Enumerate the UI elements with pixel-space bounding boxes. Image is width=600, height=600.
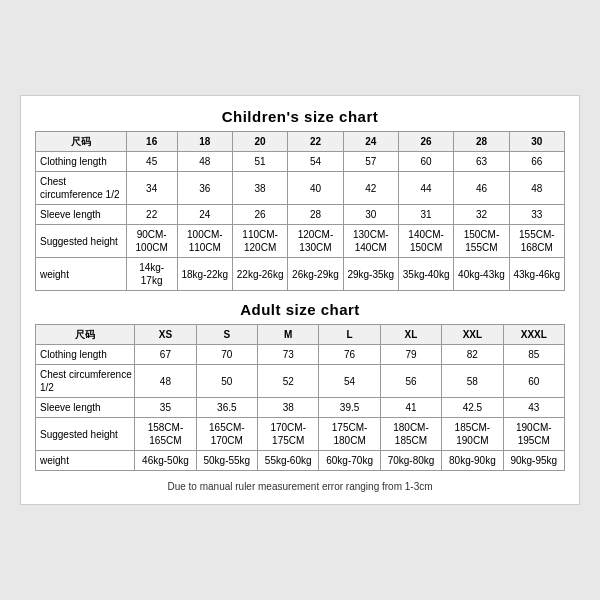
adult-size-table: 尺码XSSMLXLXXLXXXL Clothing length67707376… xyxy=(35,324,565,471)
cell-r4-c1: 50kg-55kg xyxy=(196,451,257,471)
cell-r0-c1: 70 xyxy=(196,345,257,365)
cell-r0-c5: 60 xyxy=(398,152,453,172)
cell-r3-c3: 175CM-180CM xyxy=(319,418,380,451)
cell-r3-c5: 140CM-150CM xyxy=(398,225,453,258)
row-label-2: Sleeve length xyxy=(36,205,127,225)
table-row: Suggested height158CM-165CM165CM-170CM17… xyxy=(36,418,565,451)
cell-r3-c5: 185CM-190CM xyxy=(442,418,503,451)
cell-r1-c4: 42 xyxy=(343,172,398,205)
column-header-6: 26 xyxy=(398,132,453,152)
cell-r2-c0: 35 xyxy=(135,398,196,418)
cell-r4-c3: 60kg-70kg xyxy=(319,451,380,471)
cell-r3-c6: 190CM-195CM xyxy=(503,418,564,451)
cell-r3-c3: 120CM-130CM xyxy=(288,225,343,258)
row-label-1: Chest circumference 1/2 xyxy=(36,365,135,398)
cell-r0-c2: 73 xyxy=(258,345,319,365)
children-chart-title: Children's size chart xyxy=(35,108,565,125)
column-header-1: XS xyxy=(135,325,196,345)
cell-r2-c2: 38 xyxy=(258,398,319,418)
cell-r1-c6: 60 xyxy=(503,365,564,398)
cell-r1-c6: 46 xyxy=(454,172,509,205)
cell-r3-c4: 180CM-185CM xyxy=(380,418,441,451)
cell-r1-c2: 52 xyxy=(258,365,319,398)
cell-r2-c4: 30 xyxy=(343,205,398,225)
cell-r3-c0: 158CM-165CM xyxy=(135,418,196,451)
cell-r4-c5: 35kg-40kg xyxy=(398,258,453,291)
children-size-table: 尺码1618202224262830 Clothing length454851… xyxy=(35,131,565,291)
cell-r3-c7: 155CM-168CM xyxy=(509,225,564,258)
cell-r2-c5: 42.5 xyxy=(442,398,503,418)
table-row: Clothing length4548515457606366 xyxy=(36,152,565,172)
row-label-3: Suggested height xyxy=(36,225,127,258)
table-row: Sleeve length3536.53839.54142.543 xyxy=(36,398,565,418)
footer-note: Due to manual ruler measurement error ra… xyxy=(35,481,565,492)
cell-r2-c1: 24 xyxy=(177,205,232,225)
cell-r4-c6: 90kg-95kg xyxy=(503,451,564,471)
cell-r2-c6: 43 xyxy=(503,398,564,418)
column-header-7: 28 xyxy=(454,132,509,152)
cell-r0-c3: 54 xyxy=(288,152,343,172)
table-row: Clothing length67707376798285 xyxy=(36,345,565,365)
column-header-0: 尺码 xyxy=(36,325,135,345)
cell-r4-c4: 70kg-80kg xyxy=(380,451,441,471)
cell-r0-c5: 82 xyxy=(442,345,503,365)
column-header-8: 30 xyxy=(509,132,564,152)
column-header-6: XXL xyxy=(442,325,503,345)
cell-r3-c1: 100CM-110CM xyxy=(177,225,232,258)
cell-r3-c4: 130CM-140CM xyxy=(343,225,398,258)
cell-r2-c7: 33 xyxy=(509,205,564,225)
cell-r4-c4: 29kg-35kg xyxy=(343,258,398,291)
cell-r2-c2: 26 xyxy=(232,205,287,225)
cell-r1-c1: 50 xyxy=(196,365,257,398)
column-header-4: L xyxy=(319,325,380,345)
row-label-0: Clothing length xyxy=(36,345,135,365)
cell-r1-c0: 48 xyxy=(135,365,196,398)
column-header-5: XL xyxy=(380,325,441,345)
column-header-4: 22 xyxy=(288,132,343,152)
cell-r0-c0: 67 xyxy=(135,345,196,365)
cell-r0-c6: 63 xyxy=(454,152,509,172)
cell-r1-c5: 44 xyxy=(398,172,453,205)
cell-r0-c1: 48 xyxy=(177,152,232,172)
column-header-5: 24 xyxy=(343,132,398,152)
cell-r3-c0: 90CM-100CM xyxy=(126,225,177,258)
cell-r0-c4: 57 xyxy=(343,152,398,172)
table-row: weight46kg-50kg50kg-55kg55kg-60kg60kg-70… xyxy=(36,451,565,471)
adult-chart-title: Adult size chart xyxy=(35,301,565,318)
cell-r0-c3: 76 xyxy=(319,345,380,365)
cell-r4-c5: 80kg-90kg xyxy=(442,451,503,471)
cell-r3-c6: 150CM-155CM xyxy=(454,225,509,258)
row-label-0: Clothing length xyxy=(36,152,127,172)
cell-r1-c1: 36 xyxy=(177,172,232,205)
cell-r2-c3: 28 xyxy=(288,205,343,225)
column-header-3: 20 xyxy=(232,132,287,152)
cell-r4-c7: 43kg-46kg xyxy=(509,258,564,291)
cell-r2-c4: 41 xyxy=(380,398,441,418)
cell-r4-c3: 26kg-29kg xyxy=(288,258,343,291)
cell-r0-c6: 85 xyxy=(503,345,564,365)
size-chart-card: Children's size chart 尺码1618202224262830… xyxy=(20,95,580,505)
cell-r4-c0: 14kg-17kg xyxy=(126,258,177,291)
cell-r0-c7: 66 xyxy=(509,152,564,172)
row-label-1: Chest circumference 1/2 xyxy=(36,172,127,205)
table-row: Sleeve length2224262830313233 xyxy=(36,205,565,225)
cell-r3-c2: 170CM-175CM xyxy=(258,418,319,451)
column-header-2: 18 xyxy=(177,132,232,152)
cell-r1-c3: 40 xyxy=(288,172,343,205)
cell-r1-c2: 38 xyxy=(232,172,287,205)
row-label-4: weight xyxy=(36,258,127,291)
cell-r2-c3: 39.5 xyxy=(319,398,380,418)
column-header-2: S xyxy=(196,325,257,345)
cell-r2-c6: 32 xyxy=(454,205,509,225)
cell-r1-c4: 56 xyxy=(380,365,441,398)
cell-r4-c6: 40kg-43kg xyxy=(454,258,509,291)
cell-r1-c7: 48 xyxy=(509,172,564,205)
cell-r0-c2: 51 xyxy=(232,152,287,172)
cell-r0-c0: 45 xyxy=(126,152,177,172)
table-row: Chest circumference 1/248505254565860 xyxy=(36,365,565,398)
row-label-3: Suggested height xyxy=(36,418,135,451)
cell-r3-c2: 110CM-120CM xyxy=(232,225,287,258)
cell-r2-c5: 31 xyxy=(398,205,453,225)
table-row: Suggested height90CM-100CM100CM-110CM110… xyxy=(36,225,565,258)
cell-r0-c4: 79 xyxy=(380,345,441,365)
